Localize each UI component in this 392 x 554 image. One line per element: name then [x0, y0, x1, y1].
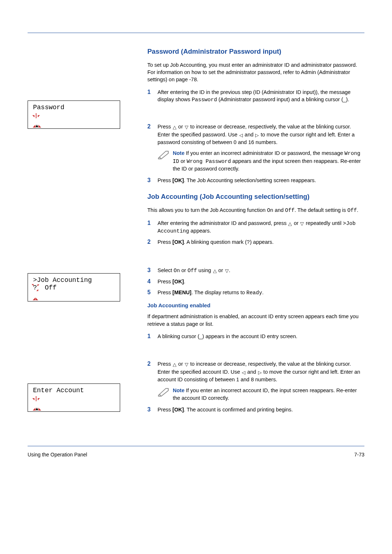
- note-block: Note If you enter an incorrect administr…: [158, 149, 364, 172]
- note-text: Note If you enter an incorrect account I…: [173, 387, 364, 402]
- down-icon: [300, 220, 304, 227]
- step-num: 2: [147, 123, 158, 146]
- step-num: 4: [147, 278, 158, 285]
- up-icon: [173, 123, 176, 131]
- lcd-line: Enter Account: [33, 387, 118, 394]
- lcd-enter-account: Enter Account ◥|◤ ◢▲◣: [28, 383, 120, 412]
- footer-right: 7-73: [354, 451, 364, 459]
- footer: Using the Operation Panel 7-73: [28, 451, 364, 459]
- step-body: After entering the administrator ID and …: [158, 219, 364, 235]
- down-icon: [225, 267, 229, 274]
- steps-job-accounting: 1 After entering the administrator ID an…: [147, 219, 364, 246]
- intro-para: To set up Job Accounting, you must enter…: [147, 61, 364, 83]
- step-num: 5: [147, 289, 158, 296]
- up-icon: [213, 267, 217, 274]
- lcd-job-accounting: >Job Accounting ◥ ? ◢ ◤ Off ◢ ◣: [28, 273, 120, 301]
- lcd-line: ◥ ? ◢ ◤ Off: [33, 284, 118, 292]
- up-icon: [173, 361, 176, 368]
- heading-job-enabled: Job Accounting enabled: [147, 301, 364, 309]
- intro-para: If department administration is enabled,…: [147, 313, 364, 328]
- note-icon: [158, 387, 173, 402]
- right-icon: [258, 369, 262, 376]
- up-icon: [288, 220, 292, 227]
- left-column: Password ◥|◤ ◢▲◣ >Job Accounting ◥ ? ◢ ◤…: [28, 47, 147, 417]
- step-body: A blinking cursor (_) appears in the acc…: [158, 333, 364, 340]
- step-num: 1: [147, 89, 158, 104]
- divider-bottom: [28, 446, 364, 446]
- note-block: Note If you enter an incorrect account I…: [158, 387, 364, 402]
- heading-job-accounting: Job Accounting (Job Accounting selection…: [147, 192, 364, 201]
- footer-left: Using the Operation Panel: [28, 451, 87, 459]
- step-num: 3: [147, 406, 158, 413]
- step-body: Press [MENU]. The display returns to Rea…: [158, 289, 364, 296]
- down-icon: [185, 361, 188, 368]
- right-icon: [255, 131, 259, 139]
- step-num: 1: [147, 333, 158, 340]
- right-column: Password (Administrator Password input) …: [147, 47, 364, 417]
- step-num: 3: [147, 177, 158, 184]
- lcd-line: >Job Accounting: [33, 276, 118, 284]
- intro-para: This allows you to turn the Job Accounti…: [147, 206, 364, 214]
- step-body: Press [OK]. A blinking question mark (?)…: [158, 238, 364, 246]
- steps-password: 1 After entering the ID in the previous …: [147, 89, 364, 104]
- lcd-line: Password: [33, 104, 118, 111]
- note-icon: [158, 149, 173, 172]
- lcd-password: Password ◥|◤ ◢▲◣: [28, 100, 120, 129]
- step-body: Press or to increase or decrease, respec…: [158, 123, 364, 146]
- heading-password: Password (Administrator Password input): [147, 47, 364, 56]
- note-text: Note If you enter an incorrect administr…: [173, 149, 364, 172]
- down-icon: [185, 123, 188, 131]
- step-num: 3: [147, 267, 158, 274]
- divider-top: [28, 33, 364, 33]
- step-num: 2: [147, 238, 158, 246]
- left-icon: [242, 369, 245, 376]
- step-body: Press [OK]. The Job Accounting selection…: [158, 177, 364, 184]
- step-body: Press [OK].: [158, 278, 364, 285]
- page-content: Password ◥|◤ ◢▲◣ >Job Accounting ◥ ? ◢ ◤…: [28, 47, 364, 417]
- step-body: Press [OK]. The account is confirmed and…: [158, 406, 364, 413]
- step-body: Press or to increase or decrease, respec…: [158, 360, 364, 383]
- step-num: 2: [147, 360, 158, 383]
- step-num: 1: [147, 219, 158, 235]
- step-body: After entering the ID in the previous st…: [158, 89, 364, 104]
- step-body: Select On or Off using or .: [158, 267, 364, 274]
- steps-enabled: 1 A blinking cursor (_) appears in the a…: [147, 333, 364, 340]
- left-icon: [239, 131, 243, 139]
